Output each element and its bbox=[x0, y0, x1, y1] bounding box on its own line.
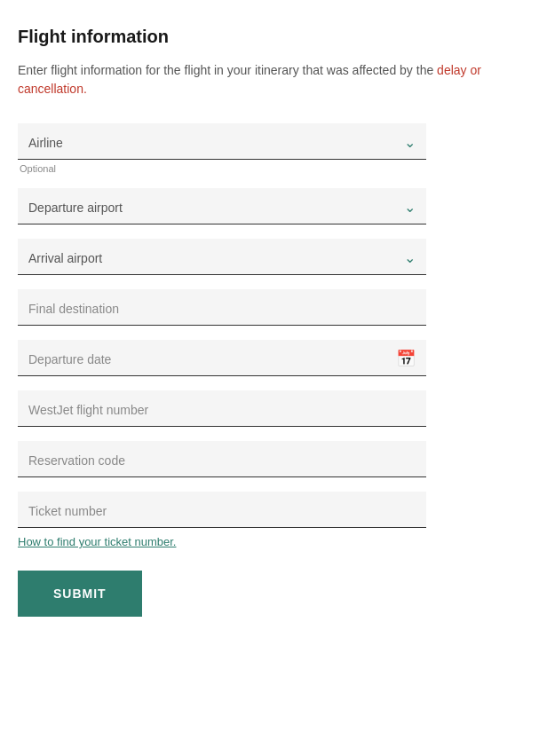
ticket-number-input[interactable] bbox=[18, 492, 426, 528]
flight-number-group bbox=[18, 390, 426, 427]
reservation-code-input[interactable] bbox=[18, 441, 426, 477]
ticket-number-group: How to find your ticket number. bbox=[18, 492, 426, 549]
departure-airport-select-wrapper[interactable]: Departure airport ⌄ bbox=[18, 188, 426, 224]
departure-date-group: 📅 bbox=[18, 340, 426, 376]
final-destination-group bbox=[18, 289, 426, 326]
reservation-code-group bbox=[18, 441, 426, 477]
submit-button[interactable]: SUBMIT bbox=[18, 571, 142, 617]
page-title: Flight information bbox=[18, 27, 521, 47]
arrival-airport-group: Arrival airport ⌄ bbox=[18, 239, 426, 275]
how-to-link[interactable]: How to find your ticket number. bbox=[18, 535, 176, 548]
airline-optional-label: Optional bbox=[18, 163, 426, 174]
airline-select-wrapper[interactable]: Airline WestJet Air Canada Other ⌄ bbox=[18, 123, 426, 160]
arrival-airport-select-wrapper[interactable]: Arrival airport ⌄ bbox=[18, 239, 426, 275]
departure-date-wrapper: 📅 bbox=[18, 340, 426, 376]
final-destination-input[interactable] bbox=[18, 289, 426, 326]
departure-airport-group: Departure airport ⌄ bbox=[18, 188, 426, 224]
flight-info-form: Airline WestJet Air Canada Other ⌄ Optio… bbox=[18, 123, 426, 617]
airline-group: Airline WestJet Air Canada Other ⌄ Optio… bbox=[18, 123, 426, 174]
departure-date-input[interactable] bbox=[18, 340, 426, 376]
arrival-airport-select[interactable]: Arrival airport bbox=[18, 239, 426, 275]
subtitle: Enter flight information for the flight … bbox=[18, 61, 521, 98]
airline-select[interactable]: Airline WestJet Air Canada Other bbox=[18, 123, 426, 160]
subtitle-text: Enter flight information for the flight … bbox=[18, 63, 433, 77]
departure-airport-select[interactable]: Departure airport bbox=[18, 188, 426, 224]
flight-number-input[interactable] bbox=[18, 390, 426, 427]
